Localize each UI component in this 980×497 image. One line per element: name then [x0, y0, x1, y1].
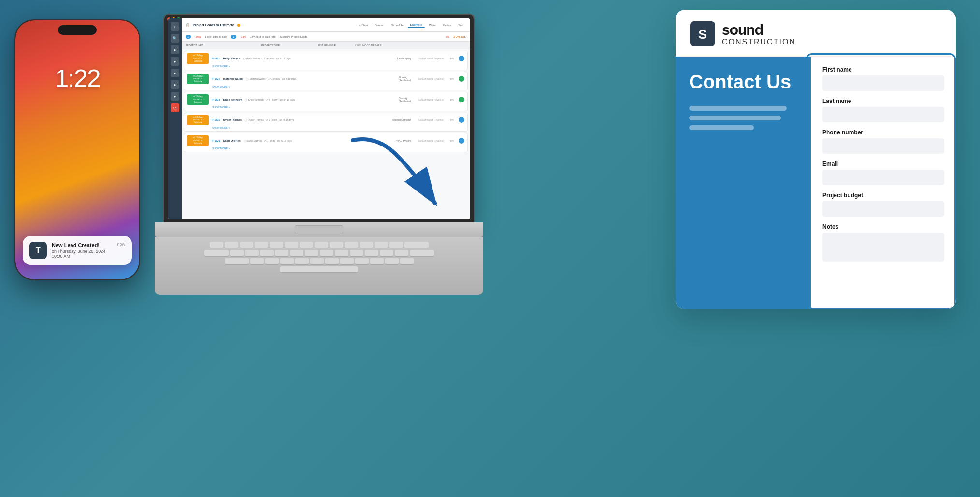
input-firstname[interactable]: [822, 75, 944, 91]
key: [355, 258, 369, 265]
lead-type-1423: Glazing(Residential): [399, 97, 411, 102]
contact-line-1: [689, 106, 787, 111]
lead-type-1424: Flooring(Residential): [399, 76, 411, 82]
key: [395, 250, 408, 257]
stat-label-3: 43 Active Project Leads: [280, 35, 307, 38]
lead-row-1425: in 18 daysmoved toEstimate P-1425 Riley …: [184, 51, 468, 70]
sidebar-icon-home[interactable]: T: [171, 22, 179, 31]
stat-label-1: 1 avg. days to sale: [205, 35, 227, 38]
key: [330, 242, 343, 248]
lead-avatar-1422: [459, 117, 464, 123]
keyboard-rows: [162, 242, 476, 275]
input-lastname[interactable]: [822, 107, 944, 122]
input-budget[interactable]: [822, 201, 944, 217]
key: [385, 258, 399, 265]
tab-new[interactable]: ★ New: [356, 22, 370, 28]
key: [240, 242, 253, 248]
key: [300, 242, 313, 248]
contact-us-title: Contact Us: [689, 71, 797, 92]
key: [335, 250, 348, 257]
lead-pct-1422: 0%: [450, 118, 454, 121]
notif-content: New Lead Created! on Thursday, June 20, …: [52, 242, 112, 259]
lead-row-1424: in 18 daysmoved toEstimate P-1424 Marsha…: [184, 72, 468, 91]
lead-name-1422: Ryder Thomas: [223, 118, 242, 121]
key: [260, 250, 274, 257]
label-firstname: First name: [822, 66, 944, 73]
label-budget: Project budget: [822, 192, 944, 199]
crm-page-title: Project Leads to Estimate: [193, 23, 234, 27]
form-group-notes: Notes: [822, 223, 944, 263]
tab-write[interactable]: Write: [427, 23, 438, 28]
key: [250, 258, 264, 265]
lead-avatar-1424: [459, 76, 464, 82]
crm-stats-bar: ● -36% 1 avg. days to sale ● -13% 14% le…: [182, 32, 470, 42]
lead-type-1425: Landscaping: [397, 57, 411, 60]
show-more-1423[interactable]: SHOW MORE ∨: [212, 106, 464, 109]
key: [210, 242, 223, 248]
lead-meta-1421: ◯ Sadie O'Brien · ↺ 1 Follow · up in 18 …: [244, 139, 292, 142]
key: [275, 250, 288, 257]
key: [290, 250, 303, 257]
notif-body: on Thursday, June 20, 2024 10:00 AM: [52, 249, 112, 259]
input-phone[interactable]: [822, 138, 944, 154]
key: [345, 242, 358, 248]
lead-badge-1423: in 18 daysmoved toEstimate: [187, 94, 209, 105]
svg-text:S: S: [698, 27, 706, 42]
laptop-hinge: [155, 222, 483, 237]
tab-schedule[interactable]: Schedule: [389, 23, 406, 28]
show-more-1425[interactable]: SHOW MORE ∨: [212, 65, 464, 68]
key: [270, 242, 283, 248]
laptop-touchpad[interactable]: [295, 225, 343, 234]
key: [350, 250, 363, 257]
input-notes[interactable]: [822, 233, 944, 262]
sidebar-icon-bell[interactable]: ●: [171, 57, 179, 66]
key: [325, 258, 339, 265]
company-logo-icon: S: [690, 21, 715, 46]
key-space: [280, 266, 358, 273]
lead-badge-1425: in 18 daysmoved toEstimate: [187, 53, 209, 64]
sidebar-icon-people[interactable]: KS: [171, 103, 179, 112]
stat-badge-1: ●: [186, 35, 191, 39]
key-tab: [204, 250, 229, 257]
lead-row-1423: in 18 daysmoved toEstimate P-1423 Knox K…: [184, 92, 468, 111]
lead-meta-1424: ◯ Marshal Walker · ↺ 1 Follow · up in 18…: [246, 77, 296, 80]
phone-screen: 1:22 T New Lead Created! on Thursday, Ju…: [15, 20, 139, 279]
sidebar-icon-search[interactable]: 🔍: [171, 34, 179, 43]
lead-badge-1422: in 18 daysmoved toEstimate: [187, 115, 209, 126]
phone-time: 1:22: [55, 64, 100, 93]
sidebar-icon-list[interactable]: ●: [171, 92, 179, 101]
sort-button[interactable]: Sort: [456, 23, 466, 28]
form-group-firstname: First name: [822, 66, 944, 91]
laptop-keyboard: [155, 237, 483, 295]
lead-avatar-1423: [459, 97, 464, 102]
form-group-budget: Project budget: [822, 192, 944, 217]
lead-name-1421: Sadie O'Brien: [223, 139, 241, 142]
phone-body: 1:22 T New Lead Created! on Thursday, Ju…: [14, 19, 140, 280]
crm-leads-icon: 📋: [186, 23, 190, 27]
label-phone: Phone number: [822, 129, 944, 136]
form-group-lastname: Last name: [822, 98, 944, 122]
tab-contact[interactable]: Contact: [372, 23, 387, 28]
lead-revenue-1422: No Estimated Revenue: [418, 118, 443, 121]
notif-app-icon: T: [29, 242, 47, 259]
contact-line-3: [689, 125, 754, 130]
lead-badge-1424: in 18 daysmoved toEstimate: [187, 74, 209, 85]
contact-line-2: [689, 116, 781, 120]
key: [295, 258, 309, 265]
input-email[interactable]: [822, 170, 944, 185]
sidebar-icon-folder[interactable]: ●: [171, 69, 179, 77]
notif-time: now: [117, 242, 125, 247]
show-more-1424[interactable]: SHOW MORE ∨: [212, 85, 464, 88]
stat-badge-hold: 3 ON HOL: [453, 35, 466, 38]
crm-topbar: 📋 Project Leads to Estimate ★ New Contac…: [182, 18, 470, 32]
form-group-phone: Phone number: [822, 129, 944, 154]
tab-estimate[interactable]: Estimate: [408, 22, 425, 28]
lead-pct-1423: 0%: [450, 98, 454, 101]
lead-meta-1423: ◯ Knox Kennedy · ↺ 2 Follow · ups in 18 …: [245, 98, 295, 101]
sidebar-icon-user[interactable]: ●: [171, 45, 179, 54]
tab-revise[interactable]: Revise: [440, 23, 454, 28]
sidebar-icon-settings[interactable]: ●: [171, 80, 179, 89]
lead-type-1422: Kitchen Remodel: [392, 118, 411, 121]
stat-value-2: -13%: [240, 35, 246, 38]
label-email: Email: [822, 161, 944, 167]
